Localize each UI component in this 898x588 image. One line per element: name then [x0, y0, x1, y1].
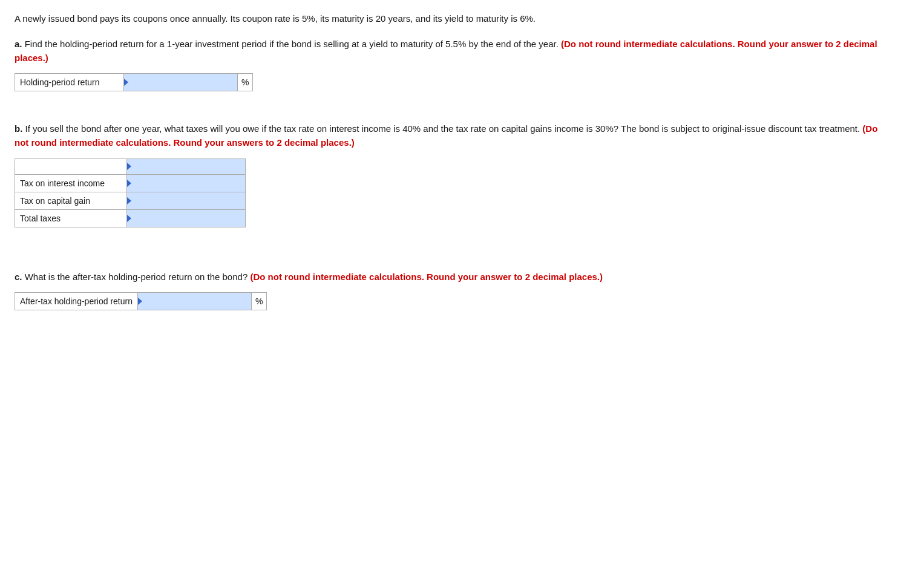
question-b-block: b. If you sell the bond after one year, …	[15, 122, 883, 227]
holding-period-unit: %	[238, 74, 253, 91]
tax-table: Tax on interest income Tax on capital ga…	[15, 158, 246, 227]
holding-period-row: Holding-period return %	[15, 74, 253, 91]
after-tax-input[interactable]	[138, 293, 251, 310]
question-a-label: a.	[15, 39, 22, 49]
question-a-body-text: Find the holding-period return for a 1-y…	[25, 39, 559, 49]
after-tax-table: After-tax holding-period return %	[15, 292, 267, 310]
tax-interest-input[interactable]	[127, 175, 245, 192]
tax-capital-row: Tax on capital gain	[15, 192, 246, 209]
question-c-instruction: (Do not round intermediate calculations.…	[250, 272, 603, 282]
holding-period-input[interactable]	[124, 74, 237, 91]
tax-capital-input[interactable]	[127, 192, 245, 209]
question-a-text: a. Find the holding-period return for a …	[15, 37, 883, 65]
after-tax-row: After-tax holding-period return %	[15, 292, 267, 310]
question-c-block: c. What is the after-tax holding-period …	[15, 270, 883, 310]
question-b-body-text: If you sell the bond after one year, wha…	[25, 123, 860, 134]
question-c-body-text: What is the after-tax holding-period ret…	[25, 272, 248, 282]
after-tax-input-cell[interactable]	[138, 292, 252, 310]
after-tax-unit: %	[252, 292, 267, 310]
tax-capital-input-cell[interactable]	[127, 192, 246, 209]
tax-total-label: Total taxes	[15, 209, 127, 227]
tax-header-label-cell	[15, 158, 127, 174]
holding-period-input-cell[interactable]	[124, 74, 238, 91]
tax-total-input[interactable]	[127, 210, 245, 227]
tax-total-input-cell[interactable]	[127, 209, 246, 227]
tax-total-row: Total taxes	[15, 209, 246, 227]
question-c-text: c. What is the after-tax holding-period …	[15, 270, 883, 284]
after-tax-label: After-tax holding-period return	[15, 292, 138, 310]
tax-interest-label: Tax on interest income	[15, 174, 127, 192]
tax-capital-label: Tax on capital gain	[15, 192, 127, 209]
question-b-label: b.	[15, 123, 22, 134]
tax-interest-input-cell[interactable]	[127, 174, 246, 192]
question-b-text: b. If you sell the bond after one year, …	[15, 122, 883, 150]
intro-paragraph: A newly issued bond pays its coupons onc…	[15, 12, 883, 26]
holding-period-label: Holding-period return	[15, 74, 124, 91]
question-c-label: c.	[15, 272, 22, 282]
tax-table-header-row	[15, 158, 246, 174]
tax-interest-row: Tax on interest income	[15, 174, 246, 192]
question-a-block: a. Find the holding-period return for a …	[15, 37, 883, 92]
holding-period-table: Holding-period return %	[15, 73, 253, 91]
tax-header-input-cell	[127, 158, 246, 174]
